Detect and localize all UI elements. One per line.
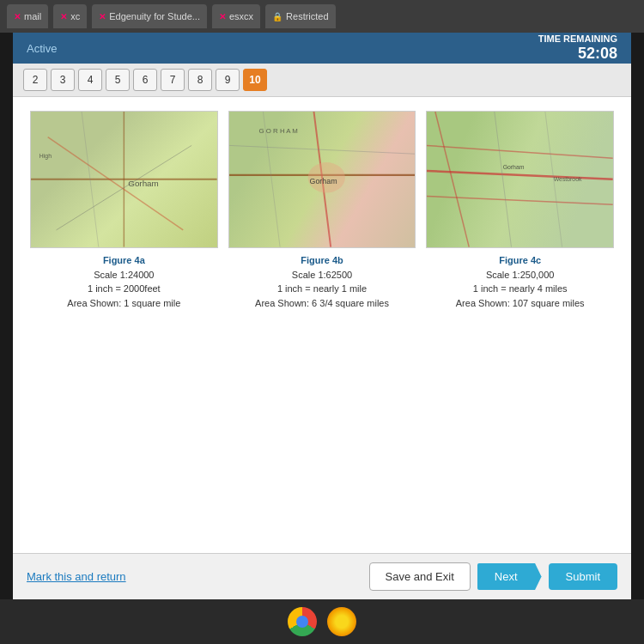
time-display: 52:08 [538, 45, 617, 64]
question-navigation: 2 3 4 5 6 7 8 9 10 [13, 64, 631, 97]
main-screen: Active TIME REMAINING 52:08 2 3 4 5 6 7 … [13, 33, 631, 599]
tab-label-esxcx: esxcx [229, 11, 253, 21]
close-icon-xc[interactable]: ✕ [60, 12, 67, 21]
active-status: Active [27, 42, 57, 55]
top-bar: Active TIME REMAINING 52:08 [13, 33, 631, 64]
map-image-4c: Gorham Westbrook [426, 111, 614, 248]
fig4c-conversion: 1 inch = nearly 4 miles [456, 282, 585, 296]
tab-label-edgenuity: Edgenuity for Stude... [109, 11, 200, 21]
lock-icon: 🔒 [272, 12, 283, 21]
close-icon-mail[interactable]: ✕ [14, 12, 21, 21]
bottom-bar: Mark this and return Save and Exit Next … [13, 553, 631, 599]
fig4a-area: Area Shown: 1 square mile [67, 296, 180, 311]
map-roads-4a: Gorham High [31, 112, 217, 247]
svg-text:G O R H A M: G O R H A M [258, 127, 297, 135]
content-area: Gorham High Figure 4a Scale 1:24000 1 in… [13, 97, 631, 553]
submit-button[interactable]: Submit [549, 563, 617, 590]
fig4b-conversion: 1 inch = nearly 1 mile [255, 282, 389, 296]
time-remaining-container: TIME REMAINING 52:08 [538, 33, 617, 64]
tab-esxcx[interactable]: ✕ esxcx [212, 4, 260, 28]
save-exit-button[interactable]: Save and Exit [369, 562, 471, 591]
tab-edgenuity[interactable]: ✕ Edgenuity for Stude... [92, 4, 207, 28]
map-image-4a: Gorham High [30, 111, 218, 248]
figure-4c: Gorham Westbrook Figure 4c Scale 1:250,0… [426, 111, 614, 310]
figure-4a: Gorham High Figure 4a Scale 1:24000 1 in… [30, 111, 218, 310]
tab-label-xc: xc [70, 11, 80, 21]
figure-4b: Gorham G O R H A M Figure 4b Scale 1:625… [228, 111, 416, 310]
action-buttons: Save and Exit Next Submit [369, 562, 617, 591]
map-image-4b: Gorham G O R H A M [228, 111, 416, 248]
question-btn-6[interactable]: 6 [133, 69, 157, 91]
svg-text:Westbrook: Westbrook [554, 176, 582, 182]
svg-line-2 [48, 137, 184, 230]
tab-label-restricted: Restricted [286, 11, 329, 21]
svg-text:Gorham: Gorham [503, 164, 525, 170]
time-remaining-label: TIME REMAINING [538, 33, 617, 45]
question-btn-4[interactable]: 4 [78, 69, 102, 91]
close-icon-edgenuity[interactable]: ✕ [99, 12, 106, 21]
maps-row: Gorham High Figure 4a Scale 1:24000 1 in… [30, 111, 614, 310]
question-btn-9[interactable]: 9 [216, 69, 240, 91]
fig4c-scale: Scale 1:250,000 [456, 268, 585, 283]
svg-line-9 [229, 145, 416, 154]
next-button[interactable]: Next [477, 563, 542, 590]
map-roads-4b: Gorham G O R H A M [229, 112, 416, 247]
close-icon-esxcx[interactable]: ✕ [219, 12, 226, 21]
svg-text:Gorham: Gorham [309, 177, 337, 185]
tab-xc[interactable]: ✕ xc [53, 4, 87, 28]
browser-chrome: ✕ mail ✕ xc ✕ Edgenuity for Stude... ✕ e… [0, 0, 644, 33]
svg-line-19 [435, 112, 469, 247]
fig4c-area: Area Shown: 107 square miles [456, 296, 585, 311]
svg-line-16 [427, 196, 613, 204]
tab-mail[interactable]: ✕ mail [7, 4, 48, 28]
tab-restricted[interactable]: 🔒 Restricted [265, 4, 336, 28]
fig4b-title: Figure 4b [255, 253, 389, 268]
fig4b-scale: Scale 1:62500 [255, 268, 389, 283]
figure-4c-label: Figure 4c Scale 1:250,000 1 inch = nearl… [456, 253, 585, 310]
question-btn-3[interactable]: 3 [51, 69, 75, 91]
question-btn-2[interactable]: 2 [23, 69, 47, 91]
mark-return-button[interactable]: Mark this and return [27, 570, 126, 583]
question-btn-5[interactable]: 5 [106, 69, 130, 91]
svg-text:High: High [39, 153, 52, 160]
svg-line-15 [427, 145, 613, 158]
fig4c-title: Figure 4c [456, 253, 585, 268]
question-btn-8[interactable]: 8 [188, 69, 212, 91]
tab-label-mail: mail [24, 11, 41, 21]
fig4a-title: Figure 4a [67, 253, 180, 268]
other-app-icon[interactable] [327, 607, 356, 636]
fig4a-conversion: 1 inch = 2000feet [67, 282, 180, 296]
taskbar [0, 599, 644, 644]
question-btn-7[interactable]: 7 [161, 69, 185, 91]
svg-line-17 [495, 112, 512, 247]
figure-4a-label: Figure 4a Scale 1:24000 1 inch = 2000fee… [67, 253, 180, 310]
fig4a-scale: Scale 1:24000 [67, 268, 180, 283]
svg-text:Gorham: Gorham [128, 179, 159, 188]
fig4b-area: Area Shown: 6 3/4 square miles [255, 296, 389, 311]
figure-4b-label: Figure 4b Scale 1:62500 1 inch = nearly … [255, 253, 389, 310]
svg-line-14 [427, 171, 613, 179]
question-btn-10[interactable]: 10 [243, 69, 267, 91]
chrome-icon[interactable] [288, 607, 317, 636]
map-roads-4c: Gorham Westbrook [427, 112, 613, 247]
